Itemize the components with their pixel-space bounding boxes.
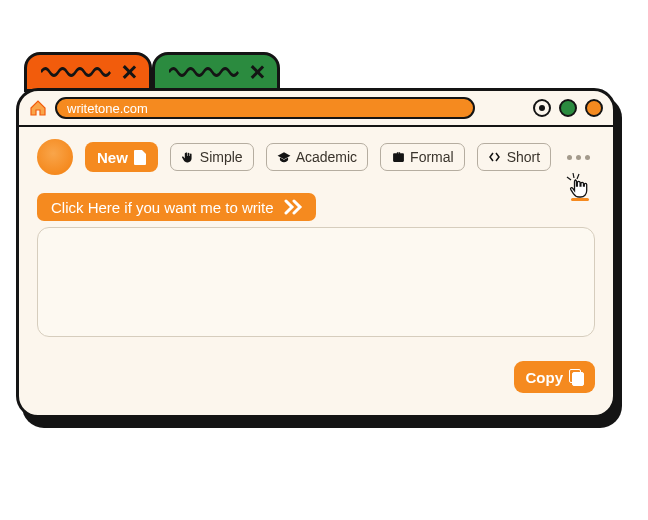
url-text: writetone.com	[67, 101, 148, 116]
chip-label: Short	[507, 149, 540, 165]
copy-button-label: Copy	[526, 369, 564, 386]
prompt-button[interactable]: Click Here if you want me to write	[37, 193, 316, 221]
copy-icon	[569, 369, 583, 385]
new-button-label: New	[97, 149, 128, 166]
url-bar[interactable]: writetone.com	[55, 97, 475, 119]
tone-chip-academic[interactable]: Academic	[266, 143, 368, 171]
new-button[interactable]: New	[85, 142, 158, 172]
chevrons-right-icon	[284, 199, 306, 215]
chip-label: Formal	[410, 149, 454, 165]
avatar[interactable]	[37, 139, 73, 175]
browser-tab[interactable]	[152, 52, 280, 92]
home-icon[interactable]	[29, 100, 47, 116]
chip-label: Academic	[296, 149, 357, 165]
browser-window: writetone.com New Simple A	[16, 88, 616, 418]
more-menu[interactable]	[567, 155, 590, 160]
svg-line-2	[577, 174, 579, 179]
prompt-label: Click Here if you want me to write	[51, 199, 274, 216]
graduation-cap-icon	[277, 150, 291, 164]
app-content: New Simple Academic Formal	[19, 127, 613, 415]
chip-label: Simple	[200, 149, 243, 165]
hand-icon	[181, 150, 195, 164]
toolbar: New Simple Academic Formal	[37, 139, 595, 175]
window-minimize[interactable]	[533, 99, 551, 117]
cursor-pointer-icon	[563, 171, 595, 203]
squiggle-icon	[41, 65, 113, 79]
svg-rect-3	[571, 198, 589, 201]
tone-chip-simple[interactable]: Simple	[170, 143, 254, 171]
briefcase-icon	[391, 150, 405, 164]
browser-chrome: writetone.com	[19, 91, 613, 127]
window-close[interactable]	[585, 99, 603, 117]
window-maximize[interactable]	[559, 99, 577, 117]
close-icon[interactable]	[249, 64, 265, 80]
browser-tab[interactable]	[24, 52, 152, 92]
svg-line-1	[573, 173, 574, 178]
svg-line-0	[567, 177, 571, 180]
squiggle-icon	[169, 65, 241, 79]
tone-chip-formal[interactable]: Formal	[380, 143, 465, 171]
output-textarea[interactable]	[37, 227, 595, 337]
copy-button[interactable]: Copy	[514, 361, 596, 393]
collapse-icon	[488, 150, 502, 164]
tone-chip-short[interactable]: Short	[477, 143, 551, 171]
close-icon[interactable]	[121, 64, 137, 80]
document-icon	[134, 150, 146, 165]
